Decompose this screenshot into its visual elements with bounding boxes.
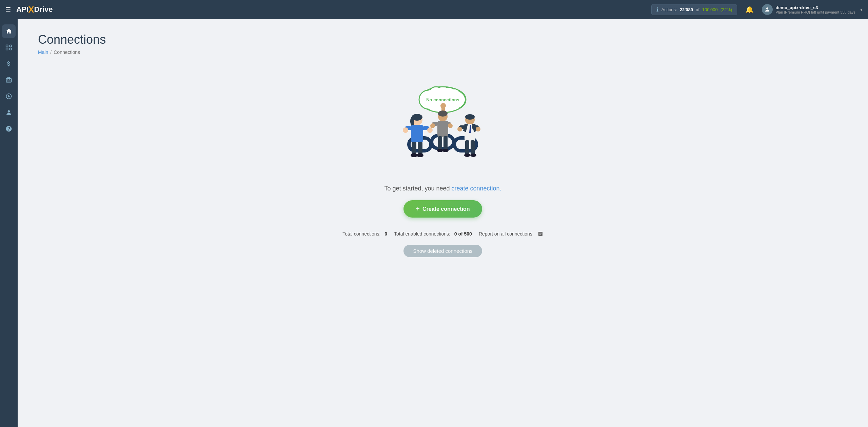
actions-badge[interactable]: ℹ Actions: 22'089 of 100'000 (22%) (651, 4, 737, 15)
center-panel: No connections (38, 68, 848, 271)
svg-point-56 (464, 154, 470, 157)
logo-x: X (28, 4, 34, 15)
svg-point-25 (403, 127, 408, 133)
actions-of: of (696, 7, 699, 12)
user-plan: Plan |Premium PRO| left until payment 35… (775, 10, 855, 14)
actions-count: 22'089 (680, 7, 693, 12)
svg-rect-2 (10, 45, 12, 47)
report-stat: Report on all connections: (479, 231, 543, 237)
page-title: Connections (38, 33, 848, 47)
breadcrumb-main[interactable]: Main (38, 49, 48, 55)
main-content: Connections Main / Connections (18, 19, 868, 427)
svg-rect-54 (465, 140, 469, 155)
cta-text: To get started, you need create connecti… (384, 185, 501, 192)
svg-point-52 (457, 127, 462, 131)
svg-rect-55 (471, 140, 475, 155)
logo: API X Drive (16, 4, 53, 15)
svg-point-29 (411, 153, 417, 157)
sidebar-item-home[interactable] (2, 24, 16, 38)
svg-point-38 (430, 123, 435, 128)
info-icon: ℹ (656, 6, 658, 13)
total-connections-value: 0 (384, 231, 387, 237)
sidebar-item-tutorials[interactable] (2, 89, 16, 103)
sidebar-item-billing[interactable] (2, 57, 16, 70)
sidebar-item-help[interactable] (2, 122, 16, 136)
svg-point-53 (476, 127, 480, 131)
breadcrumb-current: Connections (54, 49, 80, 55)
empty-state-illustration: No connections (389, 82, 497, 177)
svg-point-57 (470, 154, 476, 157)
user-name: demo_apix-drive_s3 (775, 5, 855, 10)
breadcrumb: Main / Connections (38, 49, 848, 55)
svg-rect-1 (6, 45, 8, 47)
user-info: demo_apix-drive_s3 Plan |Premium PRO| le… (775, 5, 855, 14)
svg-point-32 (440, 103, 446, 108)
logo-drive: Drive (34, 5, 53, 14)
logo-api: API (16, 5, 28, 14)
svg-point-39 (448, 123, 453, 128)
show-deleted-connections-button[interactable]: Show deleted connections (403, 245, 482, 257)
bell-icon[interactable]: 🔔 (745, 5, 754, 14)
layout: Connections Main / Connections (0, 19, 868, 427)
svg-point-26 (427, 127, 433, 133)
svg-point-45 (465, 114, 475, 120)
enabled-connections-stat: Total enabled connections: 0 of 500 (394, 231, 472, 237)
actions-percent: (22%) (721, 7, 732, 12)
user-section[interactable]: demo_apix-drive_s3 Plan |Premium PRO| le… (762, 4, 863, 15)
svg-rect-40 (438, 136, 442, 150)
svg-point-30 (417, 153, 423, 157)
create-connection-button[interactable]: + Create connection (403, 200, 482, 218)
svg-rect-4 (10, 48, 12, 50)
stats-row: Total connections: 0 Total enabled conne… (342, 231, 543, 237)
svg-rect-22 (411, 125, 423, 142)
svg-point-21 (410, 117, 414, 126)
chevron-down-icon: ▾ (860, 7, 863, 12)
actions-total: 100'000 (702, 7, 718, 12)
menu-icon[interactable]: ☰ (5, 6, 11, 13)
svg-text:No connections: No connections (426, 97, 459, 102)
total-connections-stat: Total connections: 0 (342, 231, 387, 237)
svg-point-0 (766, 7, 768, 9)
breadcrumb-separator: / (50, 49, 52, 55)
actions-label: Actions: (661, 7, 677, 12)
svg-point-43 (442, 149, 449, 152)
svg-rect-17 (432, 136, 454, 148)
svg-point-42 (437, 149, 443, 152)
create-connection-label: Create connection (422, 206, 470, 212)
enabled-connections-value: 0 of 500 (454, 231, 472, 237)
sidebar-item-integrations[interactable] (2, 73, 16, 87)
svg-rect-41 (443, 136, 448, 150)
sidebar-item-account[interactable] (2, 106, 16, 119)
svg-rect-3 (6, 48, 8, 50)
plus-icon: + (416, 205, 420, 213)
avatar (762, 4, 773, 15)
sidebar (0, 19, 18, 427)
svg-point-34 (438, 110, 448, 117)
sidebar-item-connections[interactable] (2, 41, 16, 54)
cta-link[interactable]: create connection. (452, 185, 501, 192)
report-icon[interactable] (538, 231, 543, 237)
header: ☰ API X Drive ℹ Actions: 22'089 of 100'0… (0, 0, 868, 19)
